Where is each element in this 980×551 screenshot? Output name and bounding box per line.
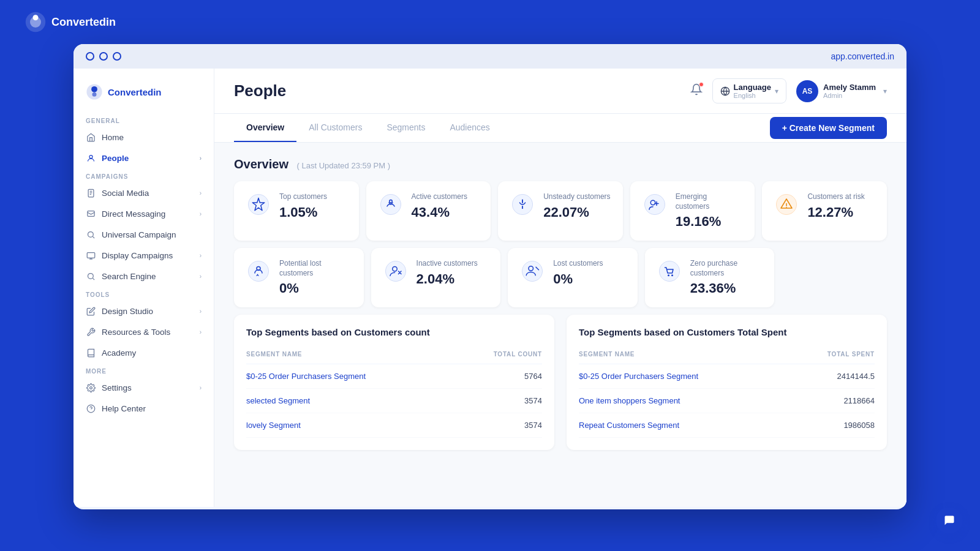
segment-name-link[interactable]: selected Segment — [246, 389, 456, 413]
zero-purchase-label: Zero purchase customers — [690, 259, 763, 278]
help-center-icon — [86, 403, 96, 413]
browser-window: app.converted.in Convertedin GENERAL — [74, 44, 907, 509]
svg-point-6 — [89, 155, 92, 158]
display-campaigns-icon — [86, 250, 96, 260]
header-right: Language English ▾ AS Amely Stamm Admin … — [690, 78, 887, 103]
segment-spent: 2414144.5 — [791, 364, 875, 389]
sidebar-item-settings[interactable]: Settings › — [74, 377, 214, 398]
tab-segments[interactable]: Segments — [374, 114, 437, 142]
sidebar-item-people[interactable]: People › — [74, 148, 214, 168]
svg-line-13 — [92, 236, 94, 238]
user-name: Amely Stamm — [823, 83, 876, 92]
sidebar-item-academy[interactable]: Academy — [74, 342, 214, 363]
spent-table: SEGMENT NAME TOTAL SPENT $0-25 Order Pur… — [579, 347, 875, 438]
create-segment-button[interactable]: + Create New Segment — [770, 117, 887, 139]
customers-at-risk-label: Customers at risk — [807, 192, 875, 202]
overview-subtitle: ( Last Updated 23:59 PM ) — [297, 161, 390, 170]
svg-rect-11 — [87, 211, 94, 216]
count-col-name: SEGMENT NAME — [246, 347, 456, 364]
notification-button[interactable] — [690, 83, 703, 99]
count-table-card: Top Segments based on Customers count SE… — [234, 315, 554, 450]
svg-point-12 — [88, 231, 93, 237]
language-chevron: ▾ — [775, 87, 778, 96]
metric-potential-lost: Potential lost customers 0% — [234, 248, 364, 307]
sidebar-item-design-studio[interactable]: Design Studio › — [74, 301, 214, 321]
social-media-chevron: › — [200, 190, 202, 197]
overview-title: Overview ( Last Updated 23:59 PM ) — [234, 157, 887, 171]
svg-point-42 — [659, 261, 679, 282]
svg-point-19 — [89, 386, 92, 389]
sidebar-item-resources-tools[interactable]: Resources & Tools › — [74, 321, 214, 342]
display-campaigns-chevron: › — [200, 252, 202, 259]
spent-table-title: Top Segments based on Customers Total Sp… — [579, 327, 875, 337]
segment-name-link[interactable]: Repeat Customers Segment — [579, 413, 791, 438]
segment-name-link[interactable]: lovely Segment — [246, 413, 456, 438]
svg-point-5 — [92, 92, 97, 97]
segment-name-link[interactable]: $0-25 Order Purchasers Segment — [246, 364, 456, 389]
overview-content: Overview ( Last Updated 23:59 PM ) — [214, 143, 907, 465]
svg-point-39 — [522, 261, 543, 282]
metric-inactive: Inactive customers 2.04% — [371, 248, 501, 307]
svg-point-2 — [33, 15, 39, 20]
sidebar-section-campaigns: CAMPAIGNS — [74, 168, 214, 182]
tabs-bar: Overview All Customers Segments Audience… — [214, 114, 907, 143]
spent-col-name: SEGMENT NAME — [579, 347, 791, 364]
sidebar-item-direct-messaging[interactable]: Direct Messaging › — [74, 203, 214, 224]
tab-overview[interactable]: Overview — [234, 114, 296, 142]
unsteady-customers-label: Unsteady customers — [543, 192, 611, 202]
svg-line-18 — [92, 278, 94, 280]
tab-all-customers[interactable]: All Customers — [296, 114, 374, 142]
resources-tools-chevron: › — [200, 329, 202, 335]
people-chevron: › — [200, 155, 202, 162]
metric-active-customers: Active customers 43.4% — [366, 181, 491, 241]
count-col-total: TOTAL COUNT — [456, 347, 542, 364]
metric-customers-at-risk: Customers at risk 12.27% — [762, 181, 887, 241]
settings-chevron: › — [200, 384, 202, 391]
design-studio-icon — [86, 306, 96, 316]
top-customers-label: Top customers — [279, 192, 347, 202]
lost-label: Lost customers — [553, 259, 625, 269]
svg-point-24 — [249, 195, 269, 215]
resources-tools-icon — [86, 327, 96, 337]
metric-lost: Lost customers 0% — [508, 248, 638, 307]
sidebar-logo: Convertedin — [74, 78, 214, 113]
language-selector[interactable]: Language English ▾ — [712, 78, 786, 103]
sidebar: Convertedin GENERAL Home People — [74, 69, 214, 507]
sidebar-item-search-engine[interactable]: Search Engine › — [74, 266, 214, 287]
app-container: Convertedin GENERAL Home People — [74, 69, 907, 507]
tabs: Overview All Customers Segments Audience… — [234, 114, 502, 142]
svg-point-4 — [91, 86, 97, 92]
browser-dot-2 — [99, 52, 108, 61]
user-menu[interactable]: AS Amely Stamm Admin ▾ — [796, 80, 887, 102]
sidebar-section-more: MORE — [74, 363, 214, 377]
lost-value: 0% — [553, 271, 625, 287]
metrics-row-1: Top customers 1.05% — [234, 181, 887, 241]
segment-count: 3574 — [456, 413, 542, 438]
metric-unsteady-customers: Unsteady customers 22.07% — [498, 181, 623, 241]
sidebar-item-display-campaigns[interactable]: Display Campaigns › — [74, 245, 214, 266]
page-title: People — [234, 81, 286, 100]
svg-point-17 — [88, 273, 93, 279]
table-row: $0-25 Order Purchasers Segment5764 — [246, 364, 542, 389]
tables-row: Top Segments based on Customers count SE… — [234, 315, 887, 450]
sidebar-item-social-media[interactable]: Social Media › — [74, 182, 214, 203]
table-row: $0-25 Order Purchasers Segment2414144.5 — [579, 364, 875, 389]
main-header: People Language English ▾ — [214, 69, 907, 114]
browser-dot-1 — [86, 52, 94, 61]
design-studio-chevron: › — [200, 308, 202, 315]
main-content: People Language English ▾ — [214, 69, 907, 507]
metric-top-customers: Top customers 1.05% — [234, 181, 359, 241]
sidebar-item-help-center[interactable]: Help Center — [74, 398, 214, 419]
sidebar-item-home[interactable]: Home — [74, 127, 214, 148]
notification-dot — [699, 82, 704, 87]
segment-name-link[interactable]: $0-25 Order Purchasers Segment — [579, 364, 791, 389]
chat-button[interactable] — [936, 507, 963, 534]
sidebar-item-universal-campaign[interactable]: Universal Campaign — [74, 224, 214, 245]
spent-table-card: Top Segments based on Customers Total Sp… — [567, 315, 887, 450]
segment-spent: 2118664 — [791, 389, 875, 413]
top-logo: Convertedin — [24, 11, 116, 33]
segment-name-link[interactable]: One item shoppers Segment — [579, 389, 791, 413]
top-customers-value: 1.05% — [279, 204, 347, 220]
tab-audiences[interactable]: Audiences — [437, 114, 502, 142]
browser-dots — [86, 52, 121, 61]
